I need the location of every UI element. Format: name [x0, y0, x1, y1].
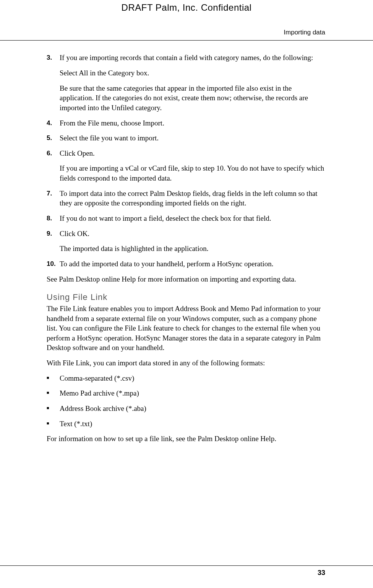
step-3: 3. If you are importing records that con…	[47, 53, 327, 112]
step-4: 4. From the File menu, choose Import.	[47, 118, 327, 128]
step-text: If you do not want to import a field, de…	[60, 213, 327, 223]
step-text: If you are importing a vCal or vCard fil…	[60, 163, 327, 183]
step-body: To import data into the correct Palm Des…	[60, 189, 327, 208]
list-item: Comma-separated (*.csv)	[47, 373, 327, 383]
step-text: The imported data is highlighted in the …	[60, 244, 327, 254]
step-7: 7. To import data into the correct Palm …	[47, 189, 327, 208]
step-9: 9. Click OK. The imported data is highli…	[47, 229, 327, 254]
step-body: If you do not want to import a field, de…	[60, 213, 327, 223]
step-text: To add the imported data to your handhel…	[60, 259, 327, 269]
step-text: Be sure that the same categories that ap…	[60, 83, 327, 113]
step-text: Click Open.	[60, 148, 327, 158]
filelink-outro: For information on how to set up a file …	[47, 434, 327, 444]
formats-list: Comma-separated (*.csv) Memo Pad archive…	[47, 373, 327, 429]
filelink-formats-intro: With File Link, you can import data stor…	[47, 358, 327, 368]
step-body: Click Open. If you are importing a vCal …	[60, 148, 327, 183]
step-6: 6. Click Open. If you are importing a vC…	[47, 148, 327, 183]
step-number: 4.	[47, 118, 60, 128]
step-body: From the File menu, choose Import.	[60, 118, 327, 128]
step-number: 5.	[47, 133, 60, 143]
running-header: Importing data	[0, 14, 373, 41]
page-content: 3. If you are importing records that con…	[0, 41, 373, 444]
list-item: Text (*.txt)	[47, 419, 327, 429]
page-number: 33	[318, 569, 325, 577]
step-text: Click OK.	[60, 229, 327, 239]
step-number: 8.	[47, 213, 60, 223]
step-text: From the File menu, choose Import.	[60, 118, 327, 128]
step-5: 5. Select the file you want to import.	[47, 133, 327, 143]
step-text: To import data into the correct Palm Des…	[60, 189, 327, 208]
step-8: 8. If you do not want to import a field,…	[47, 213, 327, 223]
step-text: Select the file you want to import.	[60, 133, 327, 143]
closing-paragraph: See Palm Desktop online Help for more in…	[47, 274, 327, 284]
page: DRAFT Palm, Inc. Confidential Importing …	[0, 0, 373, 588]
subsection-heading: Using File Link	[47, 292, 327, 303]
step-number: 9.	[47, 229, 60, 254]
step-number: 3.	[47, 53, 60, 112]
step-text: If you are importing records that contai…	[60, 53, 327, 63]
step-10: 10. To add the imported data to your han…	[47, 259, 327, 269]
filelink-intro: The File Link feature enables you to imp…	[47, 304, 327, 353]
step-body: To add the imported data to your handhel…	[60, 259, 327, 269]
page-footer: 33	[0, 565, 373, 577]
step-body: Select the file you want to import.	[60, 133, 327, 143]
step-number: 10.	[47, 259, 60, 269]
step-text: Select All in the Category box.	[60, 68, 327, 78]
list-item: Memo Pad archive (*.mpa)	[47, 388, 327, 398]
step-body: If you are importing records that contai…	[60, 53, 327, 112]
step-number: 7.	[47, 189, 60, 208]
list-item: Address Book archive (*.aba)	[47, 404, 327, 414]
draft-watermark: DRAFT Palm, Inc. Confidential	[0, 0, 373, 14]
step-number: 6.	[47, 148, 60, 183]
step-body: Click OK. The imported data is highlight…	[60, 229, 327, 254]
